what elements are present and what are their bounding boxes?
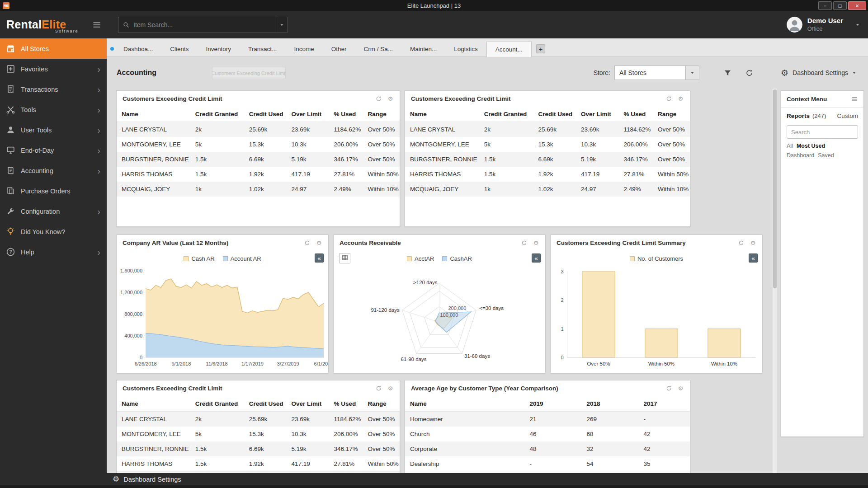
column-header[interactable]: % Used xyxy=(618,107,653,122)
bottom-dashboard-settings[interactable]: ⚙ Dashboard Settings xyxy=(0,473,868,485)
table-row[interactable]: BURGSTINER, RONNIE1.5k6.69k5.19k346.17%O… xyxy=(405,152,690,167)
tab-crm-sa[interactable]: Crm / Sa... xyxy=(355,42,401,56)
tab-reports[interactable]: Reports xyxy=(787,113,810,119)
table-row[interactable]: Homeowner21269- xyxy=(405,412,690,427)
tab-mainten[interactable]: Mainten... xyxy=(401,42,445,56)
tab-transact[interactable]: Transact... xyxy=(240,42,285,56)
maximize-button[interactable]: □ xyxy=(833,1,847,10)
column-header[interactable]: Credit Used xyxy=(244,396,287,412)
vertical-scrollbar[interactable] xyxy=(772,89,777,473)
column-header[interactable]: Range xyxy=(363,107,400,122)
sidebar-item-end-of-day[interactable]: End-of-Day› xyxy=(0,140,107,160)
column-header[interactable]: Credit Granted xyxy=(190,107,244,122)
column-header[interactable]: Range xyxy=(363,396,400,412)
panel-refresh-icon[interactable] xyxy=(738,239,745,246)
tab-income[interactable]: Income xyxy=(285,42,322,56)
table-row[interactable]: MCQUAIG, JOEY1k1.02k24.972.49%Within 10% xyxy=(117,182,400,197)
tab-custom[interactable]: Custom xyxy=(837,113,858,119)
table-view-button[interactable] xyxy=(339,253,350,263)
sidebar-item-user-tools[interactable]: User Tools› xyxy=(0,120,107,140)
column-header[interactable]: Over Limit xyxy=(287,396,329,412)
add-tab-button[interactable]: + xyxy=(536,44,545,53)
table-row[interactable]: BURGSTINER, RONNIE1.5k6.69k5.19k346.17%O… xyxy=(117,441,400,456)
panel-refresh-icon[interactable] xyxy=(521,239,528,246)
table-row[interactable]: LANE CRYSTAL2k25.69k23.69k1184.62%Over 5… xyxy=(117,122,400,137)
table-row[interactable]: MONTGOMERY, LEE5k15.3k10.3k206.00%Over 5… xyxy=(117,427,400,441)
item-search-input[interactable] xyxy=(133,21,271,28)
column-header[interactable]: Name xyxy=(405,107,479,122)
column-header[interactable]: Name xyxy=(117,107,190,122)
tab-other[interactable]: Other xyxy=(323,42,355,56)
tab-dashboa[interactable]: Dashboa... xyxy=(115,42,161,56)
column-header[interactable]: % Used xyxy=(329,396,363,412)
filter-dashboard[interactable]: Dashboard xyxy=(787,151,814,160)
column-header[interactable]: Over Limit xyxy=(576,107,619,122)
store-select[interactable]: All Stores xyxy=(614,66,699,80)
caret-down-icon[interactable] xyxy=(686,66,699,80)
table-row[interactable]: Dealership-5435 xyxy=(405,456,690,471)
column-header[interactable]: Name xyxy=(117,396,190,412)
filter-saved[interactable]: Saved xyxy=(818,151,834,160)
tab-logistics[interactable]: Logistics xyxy=(445,42,486,56)
table-row[interactable]: LANE CRYSTAL2k25.69k23.69k1184.62%Over 5… xyxy=(117,412,400,427)
table-row[interactable]: MCQUAIG, JOEY1k1.02k24.972.49%Within 10% xyxy=(405,182,690,197)
sidebar-item-help[interactable]: ?Help› xyxy=(0,242,107,262)
sidebar-item-all-stores[interactable]: All Stores xyxy=(0,38,107,59)
column-header[interactable]: Credit Used xyxy=(533,107,576,122)
sidebar-item-transactions[interactable]: Transactions› xyxy=(0,79,107,99)
panel-refresh-icon[interactable] xyxy=(665,95,672,102)
column-header[interactable]: 2017 xyxy=(639,396,690,412)
sidebar-item-configuration[interactable]: Configuration› xyxy=(0,201,107,221)
column-header[interactable]: Credit Granted xyxy=(479,107,533,122)
panel-gear-icon[interactable]: ⚙ xyxy=(677,95,684,102)
collapse-button[interactable]: « xyxy=(749,253,758,263)
table-row[interactable]: LANE CRYSTAL2k25.69k23.69k1184.62%Over 5… xyxy=(405,122,690,137)
sidebar-item-purchase-orders[interactable]: Purchase Orders xyxy=(0,181,107,201)
chevron-down-icon[interactable] xyxy=(855,21,860,28)
panel-refresh-icon[interactable] xyxy=(375,385,382,392)
table-row[interactable]: HARRIS THOMAS1.5k1.92k417.1927.81%Within… xyxy=(117,167,400,182)
table-row[interactable]: MONTGOMERY, LEE5k15.3k10.3k206.00%Over 5… xyxy=(405,137,690,152)
table-row[interactable]: MONTGOMERY, LEE5k15.3k10.3k206.00%Over 5… xyxy=(117,137,400,152)
reports-search-input[interactable] xyxy=(787,125,858,139)
tab-account[interactable]: Account... xyxy=(486,42,532,57)
dashboard-settings-menu[interactable]: ⚙ Dashboard Settings xyxy=(781,69,856,77)
column-header[interactable]: Over Limit xyxy=(287,107,329,122)
scrollbar-thumb[interactable] xyxy=(773,89,777,288)
sidebar-item-tools[interactable]: Tools› xyxy=(0,99,107,120)
filter-icon[interactable] xyxy=(723,68,733,78)
user-menu[interactable]: Demo User Office xyxy=(787,17,868,33)
sidebar-item-accounting[interactable]: Accounting› xyxy=(0,160,107,181)
collapse-button[interactable]: « xyxy=(315,253,324,263)
column-header[interactable]: Range xyxy=(653,107,690,122)
filter-most-used[interactable]: Most Used xyxy=(797,141,825,151)
sidebar-item-favorites[interactable]: Favorites› xyxy=(0,59,107,79)
panel-gear-icon[interactable]: ⚙ xyxy=(533,239,539,246)
sidebar-hamburger-icon[interactable] xyxy=(92,20,101,29)
panel-refresh-icon[interactable] xyxy=(304,239,311,246)
minimize-button[interactable]: − xyxy=(818,1,832,10)
table-row[interactable]: MCQUAIG, JOEY1k1.02k24.972.49%Within 10% xyxy=(117,471,400,473)
tab-inventory[interactable]: Inventory xyxy=(198,42,240,56)
panel-gear-icon[interactable]: ⚙ xyxy=(387,385,394,392)
collapse-button[interactable]: « xyxy=(532,253,541,263)
column-header[interactable]: Credit Used xyxy=(244,107,287,122)
column-header[interactable]: 2019 xyxy=(525,396,582,412)
column-header[interactable]: Credit Granted xyxy=(190,396,244,412)
panel-gear-icon[interactable]: ⚙ xyxy=(387,95,394,102)
column-header[interactable]: Name xyxy=(405,396,525,412)
refresh-icon[interactable] xyxy=(745,68,755,78)
filter-all[interactable]: All xyxy=(787,141,793,151)
panel-refresh-icon[interactable] xyxy=(665,385,672,392)
panel-gear-icon[interactable]: ⚙ xyxy=(316,239,322,246)
panel-refresh-icon[interactable] xyxy=(375,95,382,102)
panel-gear-icon[interactable]: ⚙ xyxy=(677,385,684,392)
context-hamburger-icon[interactable] xyxy=(851,96,858,103)
column-header[interactable]: 2018 xyxy=(582,396,639,412)
table-row[interactable]: Church466842 xyxy=(405,427,690,441)
table-row[interactable]: HARRIS THOMAS1.5k1.92k417.1927.81%Within… xyxy=(405,167,690,182)
panel-gear-icon[interactable]: ⚙ xyxy=(750,239,756,246)
table-row[interactable]: HARRIS THOMAS1.5k1.92k417.1927.81%Within… xyxy=(117,456,400,471)
table-row[interactable]: BURGSTINER, RONNIE1.5k6.69k5.19k346.17%O… xyxy=(117,152,400,167)
close-button[interactable]: × xyxy=(848,1,866,10)
